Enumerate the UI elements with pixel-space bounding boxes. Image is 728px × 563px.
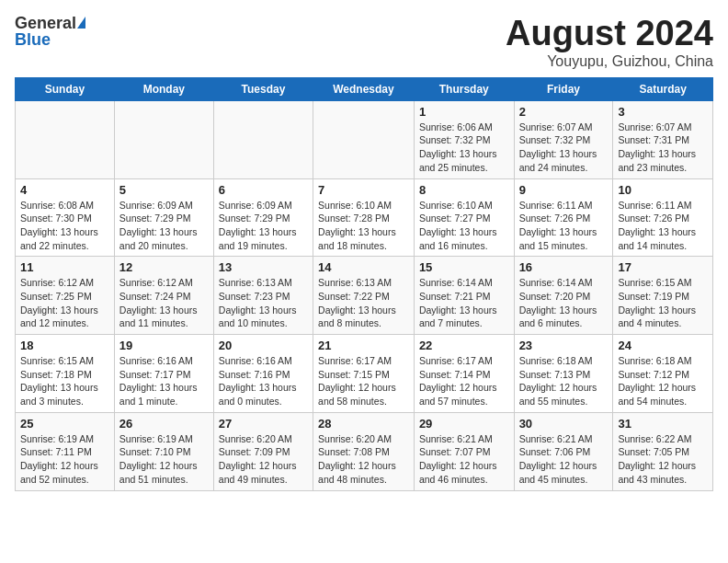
day-number: 24 (618, 339, 708, 352)
day-number: 8 (419, 183, 509, 197)
calendar-cell: 28Sunrise: 6:20 AM Sunset: 7:08 PM Dayli… (313, 412, 415, 490)
day-detail: Sunrise: 6:19 AM Sunset: 7:11 PM Dayligh… (20, 432, 109, 487)
calendar-cell: 24Sunrise: 6:18 AM Sunset: 7:12 PM Dayli… (613, 335, 713, 413)
day-number: 10 (618, 183, 708, 197)
day-number: 21 (318, 339, 409, 352)
day-detail: Sunrise: 6:17 AM Sunset: 7:15 PM Dayligh… (318, 354, 409, 408)
day-detail: Sunrise: 6:17 AM Sunset: 7:14 PM Dayligh… (419, 354, 509, 408)
day-number: 2 (519, 105, 609, 119)
calendar-cell: 12Sunrise: 6:12 AM Sunset: 7:24 PM Dayli… (114, 257, 213, 335)
day-number: 1 (419, 105, 509, 119)
day-number: 16 (519, 260, 609, 274)
weekday-row: SundayMondayTuesdayWednesdayThursdayFrid… (16, 77, 713, 100)
day-number: 22 (419, 339, 509, 352)
day-detail: Sunrise: 6:07 AM Sunset: 7:31 PM Dayligh… (618, 121, 708, 175)
calendar-week-1: 1Sunrise: 6:06 AM Sunset: 7:32 PM Daylig… (16, 100, 713, 178)
day-number: 6 (219, 183, 308, 197)
day-number: 20 (219, 339, 308, 352)
day-detail: Sunrise: 6:10 AM Sunset: 7:27 PM Dayligh… (419, 199, 509, 253)
day-number: 5 (119, 183, 209, 197)
calendar-cell: 22Sunrise: 6:17 AM Sunset: 7:14 PM Dayli… (414, 335, 514, 413)
calendar-cell: 29Sunrise: 6:21 AM Sunset: 7:07 PM Dayli… (414, 412, 514, 490)
day-detail: Sunrise: 6:15 AM Sunset: 7:19 PM Dayligh… (618, 276, 708, 330)
day-detail: Sunrise: 6:12 AM Sunset: 7:24 PM Dayligh… (119, 276, 209, 330)
weekday-header-saturday: Saturday (613, 77, 713, 100)
calendar-cell: 13Sunrise: 6:13 AM Sunset: 7:23 PM Dayli… (213, 257, 313, 335)
day-number: 11 (20, 260, 109, 274)
day-detail: Sunrise: 6:21 AM Sunset: 7:06 PM Dayligh… (519, 432, 609, 487)
calendar-cell (313, 100, 415, 178)
calendar-week-5: 25Sunrise: 6:19 AM Sunset: 7:11 PM Dayli… (16, 412, 713, 490)
calendar-cell: 10Sunrise: 6:11 AM Sunset: 7:26 PM Dayli… (613, 178, 713, 257)
day-detail: Sunrise: 6:10 AM Sunset: 7:28 PM Dayligh… (318, 199, 409, 253)
calendar-cell: 20Sunrise: 6:16 AM Sunset: 7:16 PM Dayli… (213, 335, 313, 413)
day-detail: Sunrise: 6:09 AM Sunset: 7:29 PM Dayligh… (119, 199, 209, 253)
calendar-cell: 27Sunrise: 6:20 AM Sunset: 7:09 PM Dayli… (213, 412, 313, 490)
day-number: 23 (519, 339, 609, 352)
day-number: 17 (618, 260, 708, 274)
day-number: 7 (318, 183, 409, 197)
day-detail: Sunrise: 6:22 AM Sunset: 7:05 PM Dayligh… (618, 432, 708, 487)
logo-general-text: General (15, 15, 76, 31)
logo-triangle-icon (77, 17, 85, 29)
calendar-cell: 21Sunrise: 6:17 AM Sunset: 7:15 PM Dayli… (313, 335, 415, 413)
calendar-cell: 8Sunrise: 6:10 AM Sunset: 7:27 PM Daylig… (414, 178, 514, 257)
calendar-cell (16, 100, 115, 178)
logo: General Blue (15, 15, 85, 48)
day-detail: Sunrise: 6:12 AM Sunset: 7:25 PM Dayligh… (20, 276, 109, 330)
day-detail: Sunrise: 6:13 AM Sunset: 7:23 PM Dayligh… (219, 276, 308, 330)
day-number: 18 (20, 339, 109, 352)
day-number: 15 (419, 260, 509, 274)
calendar-cell: 4Sunrise: 6:08 AM Sunset: 7:30 PM Daylig… (16, 178, 115, 257)
calendar-cell: 11Sunrise: 6:12 AM Sunset: 7:25 PM Dayli… (16, 257, 115, 335)
weekday-header-friday: Friday (514, 77, 613, 100)
calendar-cell: 1Sunrise: 6:06 AM Sunset: 7:32 PM Daylig… (414, 100, 514, 178)
logo-blue-text: Blue (15, 31, 51, 48)
calendar-cell: 7Sunrise: 6:10 AM Sunset: 7:28 PM Daylig… (313, 178, 415, 257)
day-number: 30 (519, 417, 609, 431)
day-detail: Sunrise: 6:07 AM Sunset: 7:32 PM Dayligh… (519, 121, 609, 175)
day-detail: Sunrise: 6:14 AM Sunset: 7:20 PM Dayligh… (519, 276, 609, 330)
calendar-cell (213, 100, 313, 178)
day-detail: Sunrise: 6:16 AM Sunset: 7:17 PM Dayligh… (119, 354, 209, 408)
day-number: 14 (318, 260, 409, 274)
calendar-cell: 14Sunrise: 6:13 AM Sunset: 7:22 PM Dayli… (313, 257, 415, 335)
calendar-cell (114, 100, 213, 178)
day-detail: Sunrise: 6:06 AM Sunset: 7:32 PM Dayligh… (419, 121, 509, 175)
day-number: 12 (119, 260, 209, 274)
page-header: General Blue August 2024 Youyupu, Guizho… (15, 15, 713, 70)
calendar-week-3: 11Sunrise: 6:12 AM Sunset: 7:25 PM Dayli… (16, 257, 713, 335)
calendar-cell: 26Sunrise: 6:19 AM Sunset: 7:10 PM Dayli… (114, 412, 213, 490)
calendar-cell: 9Sunrise: 6:11 AM Sunset: 7:26 PM Daylig… (514, 178, 613, 257)
day-detail: Sunrise: 6:20 AM Sunset: 7:08 PM Dayligh… (318, 432, 409, 487)
calendar-cell: 18Sunrise: 6:15 AM Sunset: 7:18 PM Dayli… (16, 335, 115, 413)
calendar-location: Youyupu, Guizhou, China (506, 53, 713, 70)
day-number: 3 (618, 105, 708, 119)
day-detail: Sunrise: 6:11 AM Sunset: 7:26 PM Dayligh… (519, 199, 609, 253)
day-detail: Sunrise: 6:18 AM Sunset: 7:12 PM Dayligh… (618, 354, 708, 408)
calendar-cell: 2Sunrise: 6:07 AM Sunset: 7:32 PM Daylig… (514, 100, 613, 178)
weekday-header-sunday: Sunday (16, 77, 115, 100)
calendar-cell: 19Sunrise: 6:16 AM Sunset: 7:17 PM Dayli… (114, 335, 213, 413)
day-detail: Sunrise: 6:09 AM Sunset: 7:29 PM Dayligh… (219, 199, 308, 253)
calendar-cell: 16Sunrise: 6:14 AM Sunset: 7:20 PM Dayli… (514, 257, 613, 335)
day-number: 31 (618, 417, 708, 431)
day-number: 29 (419, 417, 509, 431)
calendar-cell: 3Sunrise: 6:07 AM Sunset: 7:31 PM Daylig… (613, 100, 713, 178)
calendar-cell: 31Sunrise: 6:22 AM Sunset: 7:05 PM Dayli… (613, 412, 713, 490)
day-number: 9 (519, 183, 609, 197)
day-number: 4 (20, 183, 109, 197)
day-detail: Sunrise: 6:19 AM Sunset: 7:10 PM Dayligh… (119, 432, 209, 487)
calendar-cell: 6Sunrise: 6:09 AM Sunset: 7:29 PM Daylig… (213, 178, 313, 257)
calendar-cell: 17Sunrise: 6:15 AM Sunset: 7:19 PM Dayli… (613, 257, 713, 335)
day-number: 19 (119, 339, 209, 352)
day-detail: Sunrise: 6:15 AM Sunset: 7:18 PM Dayligh… (20, 354, 109, 408)
calendar-table: SundayMondayTuesdayWednesdayThursdayFrid… (15, 77, 713, 491)
day-detail: Sunrise: 6:16 AM Sunset: 7:16 PM Dayligh… (219, 354, 308, 408)
weekday-header-monday: Monday (114, 77, 213, 100)
calendar-cell: 5Sunrise: 6:09 AM Sunset: 7:29 PM Daylig… (114, 178, 213, 257)
day-detail: Sunrise: 6:14 AM Sunset: 7:21 PM Dayligh… (419, 276, 509, 330)
weekday-header-tuesday: Tuesday (213, 77, 313, 100)
calendar-cell: 15Sunrise: 6:14 AM Sunset: 7:21 PM Dayli… (414, 257, 514, 335)
calendar-body: 1Sunrise: 6:06 AM Sunset: 7:32 PM Daylig… (16, 100, 713, 490)
